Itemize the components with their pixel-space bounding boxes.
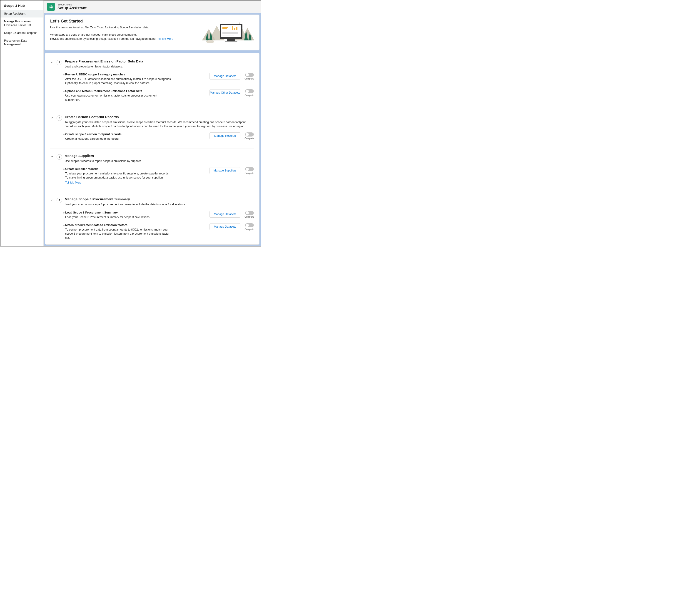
complete-toggle[interactable]: [245, 73, 254, 77]
section-desc: To aggregate your calculated scope 3 emi…: [65, 120, 254, 128]
intro-card: Let's Get Started Use this assistant to …: [45, 14, 260, 50]
svg-rect-12: [225, 41, 237, 42]
step-title: Review USEEIO scope 3 category matches: [65, 73, 206, 76]
step-title: Create scope 3 carbon footprint records: [65, 132, 206, 136]
sidebar-item-1[interactable]: Manage Procurement Emissions Factor Set: [0, 17, 43, 29]
chevron-down-icon[interactable]: [50, 155, 54, 159]
hero-illustration: [200, 19, 254, 46]
svg-rect-17: [236, 27, 237, 30]
step-row: Load Scope 3 Procurement SummaryLoad you…: [63, 211, 254, 223]
svg-rect-16: [234, 28, 235, 30]
section-number: 1: [57, 60, 62, 65]
complete-toggle[interactable]: [245, 132, 254, 137]
section-title: Manage Scope 3 Procurement Summary: [65, 197, 254, 201]
step-desc: To convert procurement data from spent a…: [65, 228, 172, 240]
manage-button[interactable]: Manage Records: [210, 132, 240, 139]
toggle-label: Complete: [244, 77, 254, 80]
manage-button[interactable]: Manage Datasets: [210, 73, 240, 79]
section-3: 3Manage SuppliersUse supplier records to…: [45, 149, 259, 184]
sidebar-item-0[interactable]: Setup Assistant: [0, 10, 43, 17]
section-desc: Load and categorize emission factor data…: [65, 65, 254, 69]
section-2: 2Create Carbon Footprint RecordsTo aggre…: [45, 110, 259, 141]
steps-card: 1Prepare Procurement Emission Factor Set…: [45, 53, 260, 245]
sidebar: Scope 3 Hub Setup AssistantManage Procur…: [0, 0, 44, 246]
section-title: Create Carbon Footprint Records: [65, 115, 254, 119]
toggle-label: Complete: [244, 216, 254, 218]
svg-rect-20: [222, 35, 234, 35]
step-row: Create supplier recordsTo relate your pr…: [63, 167, 254, 184]
intro-line2: When steps are done or are not needed, m…: [50, 33, 195, 41]
sidebar-item-3[interactable]: Procurement Data Management: [0, 37, 43, 48]
step-row: Match procurement data to emission facto…: [63, 223, 254, 240]
step-desc: After the USEEIO dataset is loaded, we a…: [65, 77, 172, 85]
complete-toggle[interactable]: [245, 211, 254, 215]
page-title: Setup Assistant: [58, 6, 86, 10]
step-title: Load Scope 3 Procurement Summary: [65, 211, 206, 214]
step-row: Upload and Match Procurement Emissions F…: [63, 89, 254, 102]
manage-button[interactable]: Manage Datasets: [210, 211, 240, 218]
step-desc: Load your Scope 3 Procurement Summary fo…: [65, 215, 172, 219]
setup-gear-icon: [47, 3, 55, 11]
svg-rect-11: [227, 39, 235, 41]
step-desc: To relate your procurement emissions to …: [65, 171, 172, 180]
intro-heading: Let's Get Started: [50, 19, 195, 24]
section-title: Manage Suppliers: [65, 154, 254, 158]
manage-button[interactable]: Manage Suppliers: [210, 167, 240, 174]
chevron-down-icon[interactable]: [50, 198, 54, 202]
svg-point-8: [206, 40, 214, 43]
manage-button[interactable]: Manage Other Datasets: [210, 89, 240, 96]
toggle-label: Complete: [244, 172, 254, 175]
intro-line1: Use this assistant to set up Net Zero Cl…: [50, 26, 195, 30]
section-title: Prepare Procurement Emission Factor Sets…: [65, 59, 254, 63]
tell-me-more-link[interactable]: Tell Me More: [65, 181, 82, 184]
page-header: Scope 3 Hub Setup Assistant: [44, 0, 261, 13]
svg-rect-18: [222, 32, 238, 33]
step-row: Review USEEIO scope 3 category matchesAf…: [63, 73, 254, 89]
step-title: Create supplier records: [65, 167, 206, 170]
step-title: Match procurement data to emission facto…: [65, 223, 206, 227]
complete-toggle[interactable]: [245, 223, 254, 227]
section-number: 2: [57, 115, 62, 121]
section-number: 4: [57, 198, 62, 203]
section-number: 3: [57, 154, 62, 160]
svg-rect-15: [232, 26, 233, 30]
step-row: Create scope 3 carbon footprint recordsC…: [63, 132, 254, 141]
tell-me-more-link[interactable]: Tell Me More: [157, 37, 173, 40]
section-desc: Load your company's scope 3 procurement …: [65, 202, 254, 206]
manage-button[interactable]: Manage Datasets: [210, 223, 240, 230]
toggle-label: Complete: [244, 94, 254, 97]
chevron-down-icon[interactable]: [50, 116, 54, 120]
svg-rect-13: [222, 27, 228, 28]
step-title: Upload and Match Procurement Emissions F…: [65, 89, 206, 93]
step-desc: Use your own procurement emissions facto…: [65, 93, 172, 102]
main-area: Scope 3 Hub Setup Assistant Let's Get St…: [44, 0, 261, 246]
section-4: 4Manage Scope 3 Procurement SummaryLoad …: [45, 192, 259, 240]
svg-rect-19: [222, 33, 238, 34]
complete-toggle[interactable]: [245, 167, 254, 171]
step-desc: Create at least one carbon footprint rec…: [65, 137, 172, 141]
section-desc: Use supplier records to report scope 3 e…: [65, 159, 254, 163]
complete-toggle[interactable]: [245, 89, 254, 93]
toggle-label: Complete: [244, 228, 254, 231]
section-1: 1Prepare Procurement Emission Factor Set…: [45, 54, 259, 102]
chevron-down-icon[interactable]: [50, 61, 54, 64]
toggle-label: Complete: [244, 137, 254, 140]
breadcrumb: Scope 3 Hub: [58, 3, 86, 6]
svg-rect-14: [222, 28, 227, 29]
sidebar-title: Scope 3 Hub: [0, 0, 43, 10]
sidebar-item-2[interactable]: Scope 3 Carbon Footprint: [0, 29, 43, 37]
